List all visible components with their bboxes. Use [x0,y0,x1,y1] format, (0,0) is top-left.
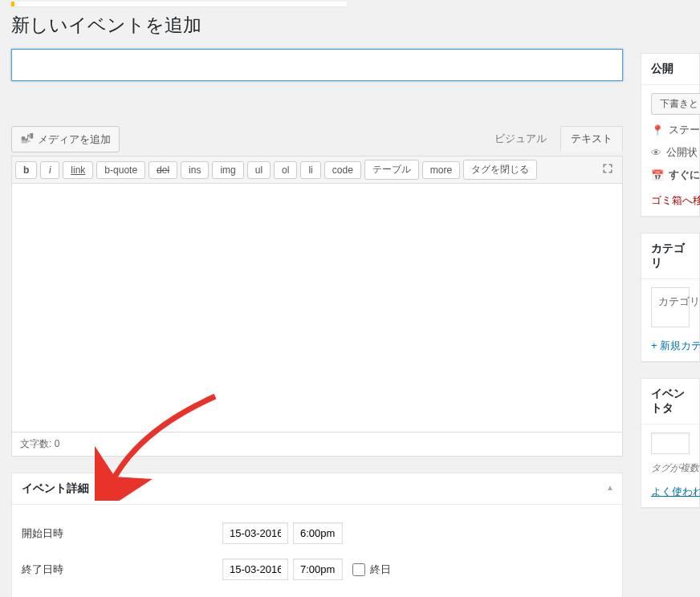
event-details-title: イベント詳細 [22,481,89,494]
ins-button[interactable]: ins [181,161,209,179]
li-button[interactable]: li [300,161,320,179]
ol-button[interactable]: ol [274,161,297,179]
end-datetime-row: 終了日時 終日 [22,558,612,580]
calendar-icon: 📅 [651,169,664,181]
content-textarea[interactable] [11,184,623,433]
publish-panel: 公開 下書きと 📍ステー 👁公開状 📅すぐに ゴミ箱へ移 [641,53,700,217]
tags-panel: イベントタ タグが複数 ださい よく使われ [641,378,700,508]
publish-body: 下書きと 📍ステー 👁公開状 📅すぐに ゴミ箱へ移 [641,85,699,216]
event-details-body: 開始日時 終了日時 終日 [12,505,622,597]
tab-text[interactable]: テキスト [560,126,623,152]
fullscreen-icon[interactable] [601,162,614,177]
end-date-input[interactable] [222,558,288,580]
img-button[interactable]: img [212,161,243,179]
collapse-icon[interactable]: ▲ [606,483,614,492]
tags-header: イベントタ [641,379,699,424]
tags-body: タグが複数 ださい よく使われ [641,424,699,507]
end-label: 終了日時 [22,562,222,577]
camera-music-icon [20,131,35,148]
tag-input[interactable] [651,433,690,454]
notice-bar [11,2,347,6]
publish-header: 公開 [641,54,699,85]
tags-help-text: タグが複数 ださい [651,461,690,475]
status-row: 📍ステー [651,123,690,137]
italic-button[interactable]: i [40,161,59,179]
table-button[interactable]: テーブル [364,160,419,180]
save-draft-button[interactable]: 下書きと [651,93,700,115]
visibility-row: 👁公開状 [651,145,690,160]
event-details-metabox: イベント詳細 ▲ 開始日時 終了日時 終日 [11,473,623,597]
close-tags-button[interactable]: タグを閉じる [463,160,537,180]
move-to-trash-link[interactable]: ゴミ箱へ移 [651,193,690,208]
del-button[interactable]: del [149,161,177,179]
add-media-button[interactable]: メディアを追加 [11,126,120,152]
frequently-used-tags-link[interactable]: よく使われ [651,485,690,499]
main-column: メディアを追加 ビジュアル テキスト b i link b-quote del … [11,49,623,597]
link-button[interactable]: link [63,161,93,179]
category-panel: カテゴリ カテゴリー + 新規カテ [641,233,700,362]
start-datetime-row: 開始日時 [22,522,612,544]
ul-button[interactable]: ul [247,161,271,179]
tab-visual[interactable]: ビジュアル [484,126,557,152]
allday-label: 終日 [370,562,391,577]
add-category-link[interactable]: + 新規カテ [651,339,690,353]
category-body: カテゴリー + 新規カテ [641,279,699,361]
schedule-row: 📅すぐに [651,168,690,182]
bold-button[interactable]: b [15,161,37,179]
event-details-header[interactable]: イベント詳細 ▲ [12,473,622,505]
text-editor-toolbar: b i link b-quote del ins img ul ol li co… [11,156,623,184]
category-box[interactable]: カテゴリー [651,287,690,327]
start-time-input[interactable] [293,522,343,544]
end-time-input[interactable] [293,558,343,580]
pin-icon: 📍 [651,124,664,136]
code-button[interactable]: code [324,161,361,179]
page-title: 新しいイベントを追加 [11,13,700,38]
category-header: カテゴリ [641,234,699,279]
sidebar-column: 公開 下書きと 📍ステー 👁公開状 📅すぐに ゴミ箱へ移 カテゴリ カテゴリー … [641,53,700,524]
eye-icon: 👁 [651,147,661,159]
word-count-value: 0 [55,438,60,449]
event-title-input[interactable] [11,49,623,81]
more-button[interactable]: more [422,161,460,179]
start-date-input[interactable] [222,522,288,544]
start-label: 開始日時 [22,526,222,541]
word-count-label: 文字数: [20,438,51,449]
add-media-label: メディアを追加 [38,132,111,147]
editor-mode-tabs: ビジュアル テキスト [484,126,623,152]
word-count-bar: 文字数: 0 [11,433,623,457]
blockquote-button[interactable]: b-quote [96,161,145,179]
allday-checkbox[interactable] [352,563,365,576]
